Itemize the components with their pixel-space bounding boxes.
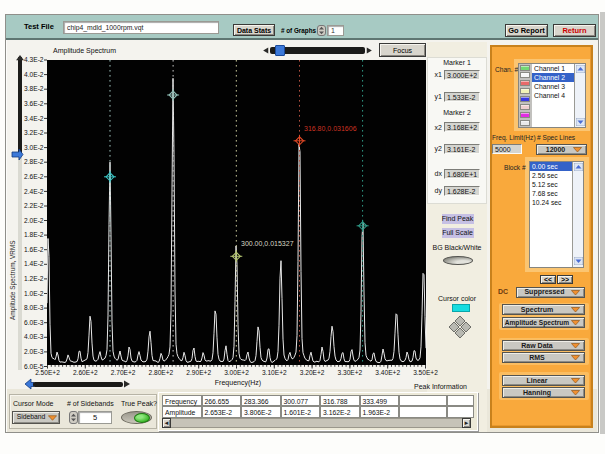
svg-text:316.80,0.031606: 316.80,0.031606 — [304, 125, 357, 132]
svg-text:300.00,0.015327: 300.00,0.015327 — [241, 240, 294, 247]
